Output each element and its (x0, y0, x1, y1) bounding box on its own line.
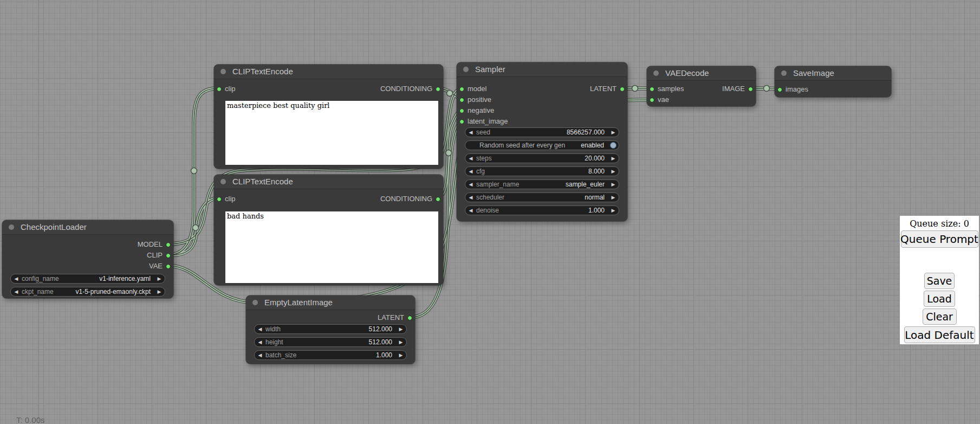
node-title: SaveImage (793, 68, 834, 78)
node-empty-latent-image[interactable]: EmptyLatentImage LATENT ◀ width 512.000 … (246, 295, 415, 364)
slot-row-samples-image: samples IMAGE (647, 83, 756, 94)
increment-arrow-icon[interactable]: ▶ (608, 180, 619, 189)
decrement-arrow-icon[interactable]: ◀ (465, 167, 476, 176)
increment-arrow-icon[interactable]: ▶ (395, 325, 406, 333)
prompt-textarea[interactable]: masterpiece best quality girl (225, 101, 438, 165)
prompt-textarea[interactable]: bad hands (225, 211, 438, 283)
widget-sampler-name[interactable]: ◀ sampler_name sample_euler ▶ (465, 179, 619, 189)
widget-batch-size[interactable]: ◀ batch_size 1.000 ▶ (254, 350, 407, 360)
decrement-arrow-icon[interactable]: ◀ (465, 193, 476, 202)
node-title-bar[interactable]: CLIPTextEncode (214, 65, 443, 79)
output-slot-clip: CLIP (2, 250, 173, 261)
widget-cfg[interactable]: ◀ cfg 8.000 ▶ (465, 166, 619, 176)
increment-arrow-icon[interactable]: ▶ (154, 287, 165, 296)
timer-status-text: T: 0.00s (16, 415, 45, 424)
widget-random-seed-toggle[interactable]: Random seed after every gen enabled (465, 140, 619, 150)
widget-denoise[interactable]: ◀ denoise 1.000 ▶ (465, 205, 619, 215)
decrement-arrow-icon[interactable]: ◀ (255, 351, 265, 359)
graph-canvas[interactable]: CheckpointLoader MODEL CLIP VAE ◀ config… (0, 0, 980, 424)
output-slot-latent: LATENT (246, 312, 415, 323)
increment-arrow-icon[interactable]: ▶ (608, 128, 619, 137)
node-title-bar[interactable]: VAEDecode (647, 66, 756, 81)
queue-size-label: Queue size: 0 (910, 219, 969, 229)
input-slot-positive: positive (457, 94, 627, 105)
input-slot-images: images (775, 84, 891, 95)
input-slot-dot[interactable] (217, 87, 222, 92)
decrement-arrow-icon[interactable]: ◀ (465, 180, 476, 189)
node-collapse-dot-icon[interactable] (463, 67, 469, 72)
decrement-arrow-icon[interactable]: ◀ (465, 154, 476, 163)
input-slot-dot[interactable] (650, 87, 654, 92)
input-slot-dot[interactable] (459, 98, 464, 102)
input-slot-vae: vae (647, 94, 756, 105)
decrement-arrow-icon[interactable]: ◀ (11, 274, 22, 283)
decrement-arrow-icon[interactable]: ◀ (11, 287, 22, 296)
node-title-bar[interactable]: SaveImage (775, 66, 891, 81)
output-slot-dot[interactable] (166, 242, 171, 247)
node-collapse-dot-icon[interactable] (252, 300, 258, 305)
output-slot-dot[interactable] (620, 87, 625, 92)
node-clip-text-encode-positive[interactable]: CLIPTextEncode clip CONDITIONING masterp… (214, 65, 443, 169)
output-slot-dot[interactable] (436, 197, 440, 202)
increment-arrow-icon[interactable]: ▶ (608, 154, 619, 163)
widget-width[interactable]: ◀ width 512.000 ▶ (254, 324, 407, 334)
node-clip-text-encode-negative[interactable]: CLIPTextEncode clip CONDITIONING bad han… (214, 175, 443, 285)
node-collapse-dot-icon[interactable] (781, 70, 787, 76)
node-title: EmptyLatentImage (264, 298, 333, 307)
load-button[interactable]: Load (924, 291, 955, 307)
increment-arrow-icon[interactable]: ▶ (154, 274, 165, 283)
input-slot-dot[interactable] (777, 87, 782, 92)
input-slot-dot[interactable] (459, 119, 464, 124)
node-collapse-dot-icon[interactable] (9, 224, 14, 230)
node-vae-decode[interactable]: VAEDecode samples IMAGE vae (647, 66, 756, 106)
increment-arrow-icon[interactable]: ▶ (608, 193, 619, 202)
toggle-knob-icon[interactable] (610, 142, 616, 149)
increment-arrow-icon[interactable]: ▶ (395, 338, 406, 346)
output-slot-dot[interactable] (748, 87, 753, 92)
node-collapse-dot-icon[interactable] (653, 70, 659, 76)
node-title: CLIPTextEncode (232, 67, 293, 76)
input-slot-dot[interactable] (650, 98, 654, 102)
node-save-image[interactable]: SaveImage images (775, 66, 891, 97)
increment-arrow-icon[interactable]: ▶ (395, 351, 406, 359)
node-checkpoint-loader[interactable]: CheckpointLoader MODEL CLIP VAE ◀ config… (2, 220, 173, 298)
node-title-bar[interactable]: CheckpointLoader (2, 220, 173, 235)
widget-scheduler[interactable]: ◀ scheduler normal ▶ (465, 192, 619, 202)
output-slot-dot[interactable] (407, 316, 412, 320)
slot-row-model-latent: model LATENT (457, 83, 627, 94)
increment-arrow-icon[interactable]: ▶ (608, 167, 619, 176)
widget-height[interactable]: ◀ height 512.000 ▶ (254, 337, 407, 347)
decrement-arrow-icon[interactable]: ◀ (255, 338, 265, 346)
input-slot-dot[interactable] (459, 87, 464, 92)
node-sampler[interactable]: Sampler model LATENT positive negative l… (457, 62, 627, 221)
load-default-button[interactable]: Load Default (904, 326, 975, 343)
node-collapse-dot-icon[interactable] (220, 69, 226, 74)
node-title: Sampler (475, 65, 505, 74)
input-slot-negative: negative (457, 105, 627, 116)
input-slot-latent-image: latent_image (457, 116, 627, 127)
increment-arrow-icon[interactable]: ▶ (608, 206, 619, 215)
node-title-bar[interactable]: Sampler (457, 62, 627, 77)
clear-button[interactable]: Clear (923, 309, 957, 325)
node-title-bar[interactable]: CLIPTextEncode (214, 175, 443, 189)
decrement-arrow-icon[interactable]: ◀ (465, 206, 476, 215)
save-button[interactable]: Save (924, 273, 955, 289)
node-title: CLIPTextEncode (232, 177, 293, 186)
node-title-bar[interactable]: EmptyLatentImage (246, 295, 415, 310)
node-title: CheckpointLoader (21, 222, 87, 232)
slot-row-clip-conditioning: clip CONDITIONING (214, 83, 443, 94)
node-collapse-dot-icon[interactable] (220, 179, 226, 184)
widget-seed[interactable]: ◀ seed 8566257.000 ▶ (465, 127, 619, 137)
decrement-arrow-icon[interactable]: ◀ (255, 325, 265, 333)
input-slot-dot[interactable] (459, 108, 464, 113)
widget-config-name[interactable]: ◀ config_name v1-inference.yaml ▶ (10, 274, 165, 284)
widget-steps[interactable]: ◀ steps 20.000 ▶ (465, 153, 619, 163)
input-slot-dot[interactable] (217, 197, 222, 202)
output-slot-dot[interactable] (166, 264, 171, 269)
widget-ckpt-name[interactable]: ◀ ckpt_name v1-5-pruned-emaonly.ckpt ▶ (10, 287, 165, 297)
output-slot-dot[interactable] (166, 253, 171, 258)
queue-prompt-button[interactable]: Queue Prompt (901, 230, 978, 248)
decrement-arrow-icon[interactable]: ◀ (465, 128, 476, 137)
output-slot-dot[interactable] (436, 87, 440, 92)
output-slot-model: MODEL (2, 239, 173, 250)
